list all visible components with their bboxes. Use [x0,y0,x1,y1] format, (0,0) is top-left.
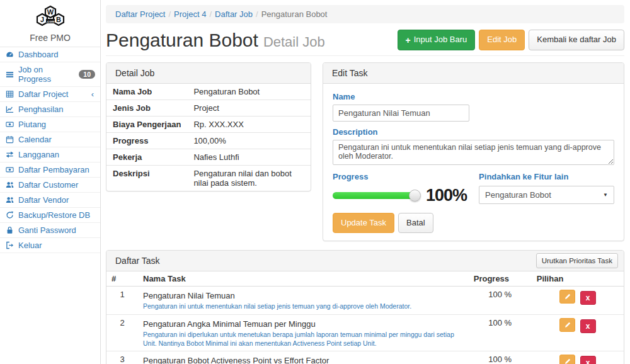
edit-task-icon-button[interactable] [559,355,575,364]
breadcrumb: Daftar Project/Project 4/Daftar Job/Peng… [106,5,624,23]
sidebar-item-dashboard[interactable]: Dashboard [0,47,100,62]
detail-label: Pekerja [106,149,187,166]
sidebar-item-daftar-pembayaran[interactable]: Daftar Pembayaran [0,162,100,178]
edit-job-button[interactable]: Edit Job [479,30,525,50]
logo-dotcom-text: .com [46,20,54,23]
header-buttons: + Input Job Baru Edit Job Kembali ke daf… [398,30,624,50]
users-icon [5,196,14,204]
page-title-text: Pengaturan Bobot [106,30,258,50]
detail-value: Pengaturan Bobot [187,84,311,100]
move-feature-select[interactable]: Pengaturan Bobot ▼ [479,186,614,204]
detail-row-progress: Progress 100,00% [106,133,311,149]
sidebar-item-daftar-vendor[interactable]: Daftar Vendor [0,193,100,208]
breadcrumb-daftar-job[interactable]: Daftar Job [215,9,253,19]
delete-task-icon-button[interactable]: x [580,291,596,305]
svg-text:B: B [56,16,61,23]
breadcrumb-separator: / [206,9,215,19]
sidebar-item-daftar-project[interactable]: Daftar Project ‹ [0,87,100,102]
delete-task-icon-button[interactable]: x [580,356,596,364]
urutkan-prioritas-task-button[interactable]: Urutkan Prioritas Task [536,253,618,268]
task-description-textarea[interactable]: Pengaturan ini untuk menentukan nilai se… [333,140,614,165]
column-header-progress: Progress [469,271,532,287]
refresh-icon [5,211,14,219]
edit-task-panel-title: Edit Task [323,63,624,84]
sidebar-item-label: Backup/Restore DB [18,210,90,220]
kembali-ke-daftar-job-button[interactable]: Kembali ke daftar Job [529,30,624,50]
sidebar-item-label: Daftar Pembayaran [18,165,89,174]
edit-task-icon-button[interactable] [559,290,575,304]
sidebar-item-backup-restore-db[interactable]: Backup/Restore DB [0,208,100,223]
input-job-baru-label: Input Job Baru [414,34,467,45]
detail-row-deskripsi: Deskripsi Pengaturan nilai dan bobot nil… [106,166,311,191]
progress-slider[interactable] [333,192,416,199]
sidebar-item-ganti-password[interactable]: Ganti Password [0,223,100,238]
task-progress: 100 % [469,287,532,315]
progress-column: Progress 100% [333,170,479,205]
column-header-num: # [106,271,138,287]
close-icon: x [586,293,590,302]
chevron-left-icon: ‹ [91,89,95,99]
breadcrumb-separator: / [253,9,261,19]
move-column: Pindahkan ke Fitur lain Pengaturan Bobot… [479,170,614,205]
breadcrumb-separator: / [165,9,174,19]
sidebar-item-piutang[interactable]: Piutang [0,117,100,132]
task-actions: x [532,314,624,351]
main-content: Daftar Project/Project 4/Daftar Job/Peng… [101,0,630,364]
sidebar-item-label: Job on Progress [18,65,75,84]
sidebar-item-langganan[interactable]: Langganan [0,147,100,162]
task-num: 2 [106,314,138,351]
edit-task-panel: Edit Task Name Description Pengaturan in… [323,62,624,241]
detail-value: 100,00% [187,133,311,149]
move-label: Pindahkan ke Fitur lain [479,172,614,181]
detail-label: Deskripsi [106,166,187,191]
progress-slider-fill [333,192,416,199]
delete-task-icon-button[interactable]: x [580,319,596,333]
edit-task-actions: Update Task Batal [333,213,614,233]
progress-slider-handle[interactable] [409,190,421,202]
breadcrumb-project-4[interactable]: Project 4 [174,9,206,19]
task-table: # Nama Task Progress Pilihan 1 Pengatura… [106,271,624,364]
money-icon [5,120,14,128]
sidebar-item-keluar[interactable]: Keluar [0,238,100,253]
close-icon: x [586,322,590,331]
sidebar-item-penghasilan[interactable]: Penghasilan [0,102,100,117]
breadcrumb-daftar-project[interactable]: Daftar Project [115,9,165,19]
task-row: 1 Pengaturan Nilai Temuan Pengaturan ini… [106,287,624,315]
list-icon [5,71,14,79]
brand-logo[interactable]: W J B .com Free PMO [0,0,100,47]
sidebar-item-label: Daftar Customer [18,180,78,190]
detail-job-panel: Detail Job Nama Job Pengaturan Bobot Jen… [106,62,311,191]
svg-text:J: J [40,16,43,23]
page-header: Pengaturan BobotDetail Job + Input Job B… [106,28,624,56]
sidebar-item-label: Calendar [18,135,52,144]
sidebar-item-calendar[interactable]: Calendar [0,132,100,147]
line-chart-icon [5,105,14,113]
input-job-baru-button[interactable]: + Input Job Baru [398,30,476,50]
update-task-button[interactable]: Update Task [333,213,394,233]
detail-job-panel-title: Detail Job [106,63,311,84]
table-icon [5,90,14,98]
svg-text:W: W [47,8,54,16]
lock-icon [5,226,14,234]
batal-button[interactable]: Batal [398,213,433,233]
detail-value: Nafies Luthfi [187,149,311,166]
detail-row-nama-job: Nama Job Pengaturan Bobot [106,84,311,100]
pencil-icon [564,293,571,300]
job-count-badge: 10 [79,70,95,79]
task-name-input[interactable] [333,105,469,122]
detail-value: Project [187,100,311,117]
pencil-icon [564,321,571,329]
users-icon [5,181,14,189]
pencil-icon [564,358,571,364]
sidebar: W J B .com Free PMO Dashboard Job on Pro… [0,0,101,364]
sidebar-item-daftar-customer[interactable]: Daftar Customer [0,178,100,193]
progress-slider-wrap: 100% [333,186,479,205]
task-table-header-row: # Nama Task Progress Pilihan [106,271,624,287]
plus-icon: + [406,36,411,45]
progress-value: 100% [426,186,467,205]
sidebar-item-job-on-progress[interactable]: Job on Progress 10 [0,62,100,87]
detail-row-jenis-job: Jenis Job Project [106,100,311,117]
name-label: Name [333,92,614,101]
edit-task-icon-button[interactable] [559,318,575,332]
sidebar-item-label: Keluar [18,241,42,250]
